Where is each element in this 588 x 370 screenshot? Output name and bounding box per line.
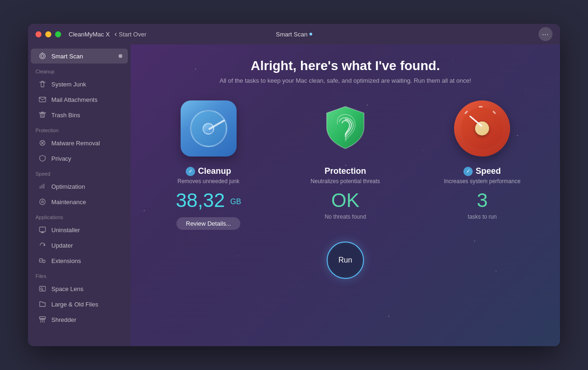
more-options-button[interactable]: ··· bbox=[539, 27, 553, 41]
cleanup-check-icon: ✓ bbox=[186, 167, 195, 176]
speed-title: Speed bbox=[476, 166, 501, 176]
mail-attachments-icon bbox=[38, 95, 47, 104]
speed-check-icon: ✓ bbox=[463, 167, 473, 176]
sidebar-item-trash-bins[interactable]: Trash Bins bbox=[31, 107, 128, 122]
sidebar-label-privacy: Privacy bbox=[51, 155, 71, 162]
gauge-icon bbox=[454, 100, 510, 157]
svg-line-21 bbox=[41, 320, 41, 322]
gauge-inner bbox=[461, 107, 503, 149]
space-lens-icon bbox=[38, 285, 47, 293]
traffic-lights bbox=[35, 31, 61, 37]
svg-rect-12 bbox=[40, 227, 46, 232]
cleanup-title-row: ✓ Cleanup bbox=[186, 166, 231, 176]
sidebar-item-uninstaller[interactable]: Uninstaller bbox=[31, 222, 128, 237]
status-dot bbox=[309, 33, 312, 36]
run-button-wrap: Run bbox=[327, 242, 364, 279]
sidebar-label-mail-attachments: Mail Attachments bbox=[51, 96, 98, 103]
sidebar-item-large-old-files[interactable]: Large & Old Files bbox=[31, 297, 128, 312]
maximize-button[interactable] bbox=[55, 31, 61, 37]
speed-icon-wrap bbox=[452, 98, 512, 159]
gauge-mark bbox=[479, 106, 483, 107]
review-details-button[interactable]: Review Details... bbox=[176, 217, 240, 230]
title-bar: CleanMyMac X ‹ Start Over Smart Scan ··· bbox=[28, 24, 560, 44]
updater-icon bbox=[38, 241, 47, 249]
sidebar-item-privacy[interactable]: Privacy bbox=[31, 151, 128, 166]
section-label-speed: Speed bbox=[28, 166, 131, 178]
protection-subtitle: Neutralizes potential threats bbox=[311, 178, 380, 185]
star bbox=[388, 316, 389, 317]
large-old-files-icon bbox=[38, 300, 47, 308]
sidebar-label-malware-removal: Malware Removal bbox=[51, 140, 100, 147]
nav-back-label: Start Over bbox=[119, 31, 146, 38]
sidebar-item-updater[interactable]: Updater bbox=[31, 238, 128, 253]
smart-scan-icon bbox=[38, 52, 47, 60]
sidebar-label-uninstaller: Uninstaller bbox=[51, 227, 80, 234]
cleanup-card: ✓ Cleanup Removes unneeded junk 38,32 GB… bbox=[145, 98, 272, 230]
close-button[interactable] bbox=[35, 31, 42, 37]
section-label-applications: Applications bbox=[28, 210, 131, 222]
nav-back-button[interactable]: ‹ Start Over bbox=[114, 30, 147, 38]
protection-title: Protection bbox=[324, 166, 366, 176]
section-label-cleanup: Cleanup bbox=[28, 64, 131, 76]
speed-card: ✓ Speed Increases system performance 3 t… bbox=[419, 98, 546, 230]
sidebar-item-mail-attachments[interactable]: Mail Attachments bbox=[31, 92, 128, 107]
maintenance-icon bbox=[38, 198, 47, 206]
sidebar-item-space-lens[interactable]: Space Lens bbox=[31, 281, 128, 296]
star bbox=[302, 286, 303, 286]
sidebar-label-optimization: Optimization bbox=[51, 183, 85, 190]
sidebar-label-updater: Updater bbox=[51, 242, 73, 249]
extensions-icon bbox=[38, 256, 47, 265]
disk-inner bbox=[190, 110, 227, 147]
sidebar-item-shredder[interactable]: Shredder bbox=[31, 312, 128, 327]
uninstaller-icon bbox=[38, 226, 47, 234]
sidebar-label-maintenance: Maintenance bbox=[51, 199, 86, 206]
center-title: Smart Scan bbox=[276, 31, 312, 38]
sidebar: Smart Scan Cleanup System Junk bbox=[28, 44, 131, 346]
app-title: CleanMyMac X bbox=[69, 31, 110, 38]
protection-note: No threats found bbox=[325, 213, 366, 220]
speed-note: tasks to run bbox=[468, 213, 497, 220]
protection-card: Protection Neutralizes potential threats… bbox=[281, 98, 409, 230]
sidebar-label-large-old-files: Large & Old Files bbox=[51, 301, 98, 308]
sidebar-item-smart-scan[interactable]: Smart Scan bbox=[31, 49, 128, 64]
sidebar-label-shredder: Shredder bbox=[51, 316, 76, 323]
sidebar-item-malware-removal[interactable]: Malware Removal bbox=[31, 135, 128, 150]
protection-icon-wrap bbox=[315, 98, 376, 159]
section-label-protection: Protection bbox=[28, 123, 131, 135]
cleanup-value: 38,32 GB bbox=[176, 189, 241, 212]
speed-value: 3 bbox=[477, 189, 488, 212]
app-window: CleanMyMac X ‹ Start Over Smart Scan ··· bbox=[28, 24, 560, 346]
svg-point-1 bbox=[41, 55, 44, 57]
cleanup-subtitle: Removes unneeded junk bbox=[177, 178, 239, 185]
sidebar-item-system-junk[interactable]: System Junk bbox=[31, 77, 128, 92]
protection-value: OK bbox=[331, 189, 360, 212]
center-title-text: Smart Scan bbox=[276, 31, 308, 38]
sidebar-item-maintenance[interactable]: Maintenance bbox=[31, 194, 128, 209]
shredder-icon bbox=[38, 315, 47, 324]
cleanup-title: Cleanup bbox=[198, 166, 231, 176]
main-content: Alright, here's what I've found. All of … bbox=[131, 44, 560, 346]
section-label-files: Files bbox=[28, 269, 131, 281]
cards-container: ✓ Cleanup Removes unneeded junk 38,32 GB… bbox=[131, 98, 560, 230]
system-junk-icon bbox=[38, 80, 47, 88]
shield-svg bbox=[320, 103, 371, 154]
sidebar-item-extensions[interactable]: Extensions bbox=[31, 253, 128, 268]
subheadline: All of the tasks to keep your Mac clean,… bbox=[219, 77, 471, 84]
chevron-left-icon: ‹ bbox=[114, 30, 117, 38]
sidebar-label-smart-scan: Smart Scan bbox=[51, 53, 83, 60]
content-inner: Alright, here's what I've found. All of … bbox=[131, 44, 560, 279]
malware-removal-icon bbox=[38, 139, 47, 147]
sidebar-item-optimization[interactable]: Optimization bbox=[31, 179, 128, 194]
svg-point-0 bbox=[40, 53, 45, 59]
sidebar-label-extensions: Extensions bbox=[51, 257, 81, 264]
privacy-icon bbox=[38, 154, 47, 163]
svg-rect-20 bbox=[40, 317, 46, 319]
minimize-button[interactable] bbox=[45, 31, 51, 37]
cleanup-icon-wrap bbox=[178, 98, 239, 159]
run-button[interactable]: Run bbox=[327, 242, 364, 279]
svg-line-19 bbox=[42, 289, 43, 290]
shield-wrap bbox=[317, 100, 373, 157]
more-icon: ··· bbox=[542, 30, 549, 38]
protection-title-row: Protection bbox=[324, 166, 366, 176]
trash-bins-icon bbox=[38, 111, 47, 119]
